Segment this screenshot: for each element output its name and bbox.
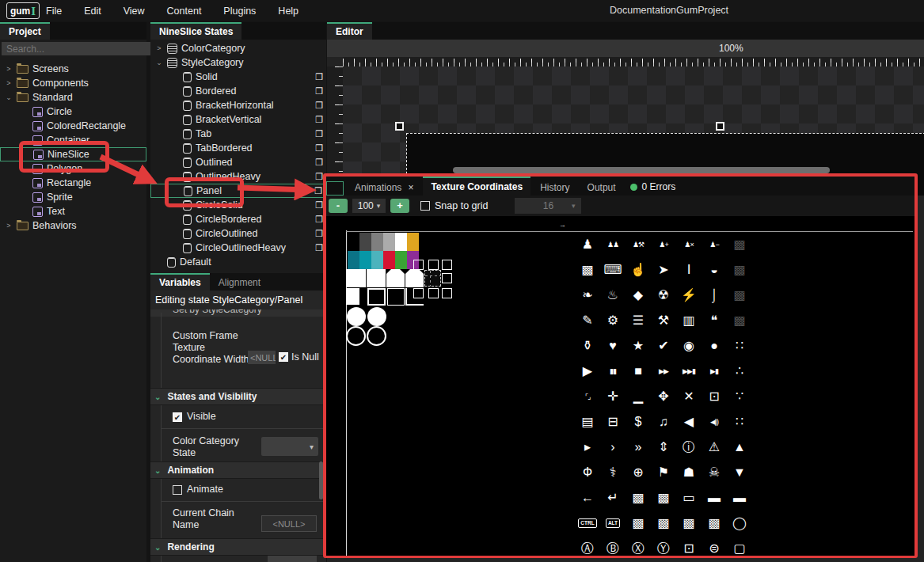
- tree-item-label: Polygon: [47, 163, 82, 174]
- small-outlined-square: [413, 288, 424, 298]
- tree-item-label: Outlined: [196, 157, 233, 168]
- tree-item-screens[interactable]: >Screens: [0, 62, 146, 76]
- tree-item-components[interactable]: >Components: [0, 76, 146, 90]
- window-shape-icon: ▢: [727, 536, 752, 556]
- tab-animations[interactable]: Animations×: [347, 180, 421, 196]
- tree-item-default[interactable]: Default: [150, 255, 326, 269]
- tree-item-solid[interactable]: Solid❒: [150, 70, 326, 84]
- tree-item-text[interactable]: Text: [0, 204, 146, 218]
- dollar-icon: $: [626, 409, 651, 435]
- tab-project[interactable]: Project: [0, 22, 50, 40]
- tree-item-tabbordered[interactable]: TabBordered❒: [150, 141, 326, 155]
- tree-item-container[interactable]: Container: [0, 133, 146, 147]
- leaf-icon: ❧: [575, 283, 600, 308]
- tab-output[interactable]: Output: [580, 180, 624, 196]
- menu-help[interactable]: Help: [278, 6, 298, 17]
- tab-texture-coordinates[interactable]: Texture Coordinates: [423, 177, 530, 196]
- current-chain-name-input[interactable]: <NULL>: [261, 515, 317, 532]
- tab-editor[interactable]: Editor: [327, 22, 372, 40]
- expander-icon[interactable]: ⌄: [5, 93, 13, 101]
- heart-icon: ♥: [600, 333, 626, 359]
- tree-item-bordered[interactable]: Bordered❒: [150, 84, 326, 98]
- menu-view[interactable]: View: [124, 6, 145, 17]
- section-states-visibility[interactable]: ⌄ States and Visibility: [150, 388, 326, 405]
- tree-item-circleoutlinedheavy[interactable]: CircleOutlinedHeavy❒: [150, 241, 326, 255]
- menu-content[interactable]: Content: [167, 6, 202, 17]
- texture-atlas-canvas[interactable]: → ♟♟♟♟⚒♟+♟×♟−▩▩⌨☝➤Ⅰ◒▩❧♨◆☢⚡⌡▩✎⚙☰⚒▥❝▩⚱♥★✔◉: [326, 216, 914, 556]
- cyl-icon: [183, 143, 192, 154]
- animate-checkbox[interactable]: [173, 485, 182, 495]
- tree-item-outlined[interactable]: Outlined❒: [150, 155, 326, 169]
- tree-item-behaviors[interactable]: >Behaviors: [0, 218, 146, 233]
- tree-item-stylecategory[interactable]: ⌄StyleCategory: [150, 55, 326, 70]
- cube-icon: ❒: [315, 158, 323, 167]
- resize-handle[interactable]: [395, 122, 404, 131]
- zoom-value-dropdown[interactable]: 100: [352, 199, 386, 213]
- tree-item-bracketvertical[interactable]: BracketVertical❒: [150, 112, 326, 127]
- section-animation[interactable]: ⌄ Animation: [150, 461, 326, 479]
- tree-item-sprite[interactable]: Sprite: [0, 190, 146, 204]
- expander-icon[interactable]: >: [5, 65, 13, 73]
- solid-square-sprite: [367, 269, 386, 287]
- tab-history[interactable]: History: [532, 180, 577, 196]
- tree-item-nineslice[interactable]: NineSlice: [0, 147, 146, 161]
- is-null-checkbox[interactable]: [279, 352, 288, 362]
- custom-frame-value[interactable]: <NULL>: [248, 351, 276, 364]
- dots-icon: ∷: [727, 409, 752, 435]
- tree-item-label: ColoredRectangle: [47, 120, 126, 131]
- section-rendering[interactable]: ⌄ Rendering: [150, 538, 326, 556]
- tab-alignment[interactable]: Alignment: [210, 275, 269, 290]
- tab-nineslice-states[interactable]: NineSlice States: [150, 22, 241, 40]
- small-outlined-square: [442, 273, 452, 283]
- tree-item-label: Screens: [32, 63, 69, 74]
- color-category-state-dropdown[interactable]: [261, 437, 318, 456]
- tree-item-label: Solid: [196, 71, 218, 82]
- expander-icon[interactable]: >: [155, 44, 163, 52]
- expander-icon[interactable]: >: [5, 222, 13, 230]
- cyl-icon: [167, 257, 176, 268]
- close-tab-icon[interactable]: ×: [408, 182, 413, 193]
- tree-item-circleoutlined[interactable]: CircleOutlined❒: [150, 226, 326, 241]
- tree-item-tab[interactable]: Tab❒: [150, 127, 326, 141]
- tree-item-circlesolid[interactable]: CircleSolid❒: [150, 198, 326, 212]
- cube-icon: ❒: [315, 244, 323, 253]
- close-icon: ✕: [676, 384, 702, 409]
- tree-item-rectangle[interactable]: Rectangle: [0, 176, 146, 190]
- tree-item-coloredrectangle[interactable]: ColoredRectangle: [0, 119, 146, 133]
- element-icon: [32, 135, 43, 146]
- zoom-in-button[interactable]: +: [390, 199, 409, 213]
- tree-item-brackethorizontal[interactable]: BracketHorizontal❒: [150, 98, 326, 112]
- tree-item-circlebordered[interactable]: CircleBordered❒: [150, 212, 326, 226]
- tree-item-label: BracketHorizontal: [196, 100, 274, 111]
- search-input[interactable]: [2, 42, 153, 55]
- chevron-right-icon: ›: [600, 435, 626, 460]
- menu-edit[interactable]: Edit: [84, 6, 101, 17]
- gamepad-dim-icon: ▩: [727, 257, 752, 283]
- animate-label: Animate: [187, 484, 223, 496]
- sort-arrows-icon: ⇕: [651, 435, 676, 460]
- menu-file[interactable]: File: [46, 6, 62, 17]
- tree-item-colorcategory[interactable]: >ColorCategory: [150, 41, 326, 55]
- solid-circle-sprite: [347, 307, 366, 326]
- tree-item-outlinedheavy[interactable]: OutlinedHeavy❒: [150, 169, 326, 184]
- snap-to-grid-checkbox[interactable]: [420, 201, 430, 211]
- expander-icon[interactable]: >: [5, 79, 13, 87]
- grid-size-dropdown[interactable]: 16: [515, 198, 581, 214]
- editor-horizontal-scrollbar[interactable]: [453, 167, 830, 173]
- tree-item-panel[interactable]: Panel❒: [150, 184, 326, 198]
- cyl-icon: [183, 243, 192, 253]
- tree-item-circle[interactable]: Circle: [0, 104, 146, 119]
- resize-handle[interactable]: [716, 122, 724, 131]
- menu-plugins[interactable]: Plugins: [223, 6, 256, 17]
- star-icon: ★: [626, 333, 651, 359]
- zoom-out-button[interactable]: -: [329, 199, 348, 213]
- tree-item-standard[interactable]: ⌄Standard: [0, 90, 146, 104]
- expander-icon[interactable]: ⌄: [155, 59, 163, 66]
- gamepad-xbox-icon: ▩: [626, 485, 651, 511]
- check-icon: ✔: [651, 333, 676, 359]
- visible-checkbox[interactable]: [173, 412, 182, 422]
- nes-pad-icon: ▭: [676, 485, 702, 511]
- tree-item-label: Bordered: [196, 85, 236, 97]
- tab-variables[interactable]: Variables: [150, 273, 210, 290]
- tree-item-polygon[interactable]: Polygon: [0, 161, 146, 176]
